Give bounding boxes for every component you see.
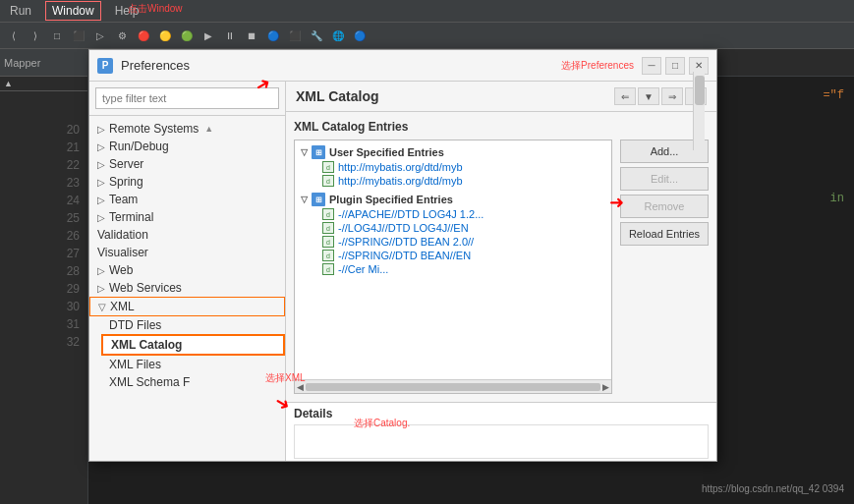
tree-label: XML Schema F [109,375,190,389]
dialog-maximize[interactable]: □ [665,57,685,75]
tree-item-server[interactable]: ▷ Server [89,155,285,173]
tree-label: XML [110,300,135,313]
tree-item-visualiser[interactable]: Visualiser [89,244,285,261]
tree-item-spring[interactable]: ▷ Spring [89,173,285,191]
filter-input[interactable] [95,87,279,109]
tree-arrow: ▷ [97,283,105,294]
tree-arrow: ▷ [97,141,105,152]
plugin-entry-5[interactable]: d -//Cer Mi... [299,262,607,276]
user-entry-2[interactable]: d http://mybatis.org/dtd/myb [299,174,607,188]
file-icon: d [322,175,334,187]
entry-text-6: -//SPRING//DTD BEAN//EN [338,250,471,261]
toolbar-btn-9[interactable]: 🟢 [177,26,197,45]
toolbar-btn-5[interactable]: ▷ [90,26,110,45]
tree-item-rundebug[interactable]: ▷ Run/Debug [89,138,285,155]
toolbar-btn-4[interactable]: ⬛ [69,26,88,45]
file-icon: d [322,236,334,248]
menu-window[interactable]: Window [45,1,101,21]
toolbar-btn-7[interactable]: 🔴 [134,26,153,45]
toolbar-btn-13[interactable]: 🔵 [263,26,283,45]
tree-label: XML Catalog [111,338,182,352]
menu-run[interactable]: Run [4,2,37,20]
toolbar-btn-3[interactable]: □ [47,26,67,45]
toolbar: ⟨ ⟩ □ ⬛ ▷ ⚙ 🔴 🟡 🟢 ▶ ⏸ ⏹ 🔵 ⬛ 🔧 🌐 🔵 [0,22,854,49]
tree-item-web[interactable]: ▷ Web [89,261,285,279]
dialog-minimize[interactable]: ─ [642,57,661,75]
toolbar-btn-15[interactable]: 🔧 [307,26,326,45]
plugin-entry-4[interactable]: d -//SPRING//DTD BEAN//EN [299,249,607,262]
expand-icon: ▽ [301,195,308,204]
content-header: XML Catalog ⇐ ▼ ⇒ ▼ [286,82,716,112]
catalog-buttons: Add... Edit... Remove Reload Entries [620,140,709,394]
plugin-entry-2[interactable]: d -//LOG4J//DTD LOG4J//EN [299,221,607,235]
toolbar-btn-2[interactable]: ⟩ [26,26,45,45]
user-entry-1[interactable]: d http://mybatis.org/dtd/myb [299,160,607,174]
plugin-entries-header[interactable]: ▽ ⊞ Plugin Specified Entries [299,192,607,207]
scroll-right[interactable]: ▶ [602,382,609,392]
plugin-entries-label: Plugin Specified Entries [329,194,453,205]
tree-label: DTD Files [109,318,161,332]
entry-text-7: -//Cer Mi... [338,263,388,275]
toolbar-btn-11[interactable]: ⏸ [220,26,240,45]
tree-label: Team [109,193,138,206]
nav-back[interactable]: ⇐ [614,87,636,105]
tree-item-terminal[interactable]: ▷ Terminal [89,208,285,226]
entry-text-1: http://mybatis.org/dtd/myb [338,161,463,173]
arrow-to-add: ➜ [609,192,624,213]
tree-item-dtd[interactable]: DTD Files [101,316,285,334]
tree-item-xml[interactable]: ▽ XML [89,297,285,316]
h-scrollbar[interactable]: ◀ ▶ [295,379,611,393]
tree-arrow: ▽ [98,302,106,312]
user-entries-group: ▽ ⊞ User Specified Entries d [295,142,611,190]
plugin-entry-3[interactable]: d -//SPRING//DTD BEAN 2.0// [299,235,607,249]
user-entries-header[interactable]: ▽ ⊞ User Specified Entries [299,144,607,160]
preferences-dialog: P Preferences 选择Preferences ─ □ ✕ ▷ Remo… [88,49,717,462]
tree-label: Spring [109,175,143,189]
plugin-entry-1[interactable]: d -//APACHE//DTD LOG4J 1.2... [299,207,607,221]
toolbar-btn-6[interactable]: ⚙ [112,26,132,45]
toolbar-btn-14[interactable]: ⬛ [285,26,305,45]
tree-label: Remote Systems [109,122,199,136]
entry-group-icon: ⊞ [312,193,325,206]
tree-item-remote[interactable]: ▷ Remote Systems ▲ [89,120,285,138]
remove-button[interactable]: Remove [620,195,709,218]
file-icon: d [322,250,334,261]
toolbar-btn-12[interactable]: ⏹ [242,26,261,45]
catalog-tree-content[interactable]: ▽ ⊞ User Specified Entries d [295,140,611,379]
nav-dropdown[interactable]: ▼ [638,87,659,105]
toolbar-btn-16[interactable]: 🌐 [328,26,348,45]
entry-text-5: -//SPRING//DTD BEAN 2.0// [338,236,474,248]
edit-button[interactable]: Edit... [620,167,709,191]
entry-text-4: -//LOG4J//DTD LOG4J//EN [338,222,469,234]
line-numbers: 20 21 22 23 24 25 26 27 28 29 30 31 32 [0,91,87,351]
menu-help[interactable]: Help [109,2,145,20]
dialog-body: ▷ Remote Systems ▲ ▷ Run/Debug ▷ Server … [89,82,716,461]
toolbar-btn-17[interactable]: 🔵 [350,26,370,45]
reload-entries-button[interactable]: Reload Entries [620,222,709,246]
file-icon: d [322,161,334,173]
catalog-panel: XML Catalog Entries ▽ ⊞ [286,112,716,402]
tree-label: Web Services [109,281,182,295]
tree-item-xmlschema[interactable]: XML Schema F [101,373,285,391]
tree-item-xmlcatalog[interactable]: XML Catalog [101,334,285,356]
preferences-annotation: 选择Preferences [561,59,634,73]
tree-arrow: ▷ [97,195,105,205]
nav-forward[interactable]: ⇒ [661,87,683,105]
dialog-app-icon: P [97,58,113,74]
tree-item-team[interactable]: ▷ Team [89,191,285,208]
content-title: XML Catalog [296,88,379,104]
tree-item-validation[interactable]: Validation [89,226,285,244]
mapper-tab[interactable]: Mapper [4,57,40,69]
tree-label: Web [109,263,133,277]
toolbar-btn-10[interactable]: ▶ [199,26,218,45]
tree-item-xmlfiles[interactable]: XML Files [101,356,285,373]
tree-item-webservices[interactable]: ▷ Web Services [89,279,285,297]
tree-items: ▷ Remote Systems ▲ ▷ Run/Debug ▷ Server … [89,116,285,461]
toolbar-btn-1[interactable]: ⟨ [4,26,24,45]
user-entries-label: User Specified Entries [329,146,444,158]
expand-icon: ▽ [301,147,308,157]
dialog-titlebar: P Preferences 选择Preferences ─ □ ✕ [89,50,716,82]
toolbar-btn-8[interactable]: 🟡 [155,26,175,45]
tree-arrow: ▷ [97,124,105,135]
entry-text-3: -//APACHE//DTD LOG4J 1.2... [338,208,484,220]
